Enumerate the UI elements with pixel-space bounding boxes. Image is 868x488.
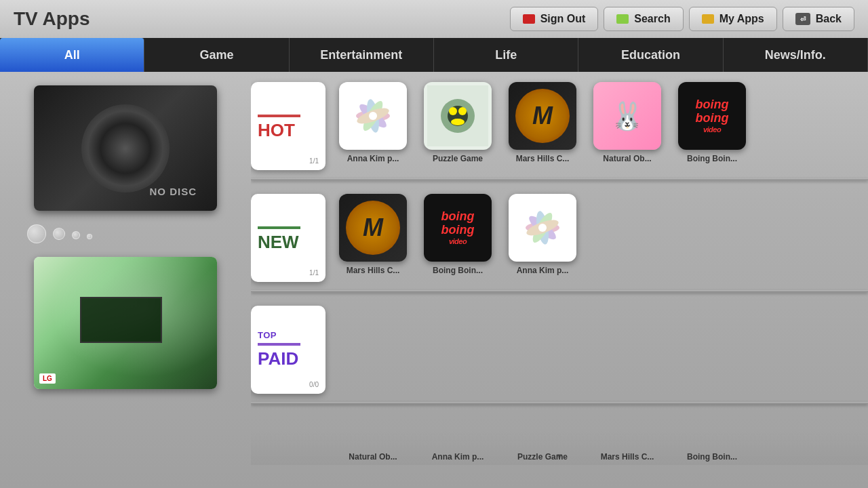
tab-all-label: All [64, 48, 80, 62]
hot-card[interactable]: HOT 1/1 [251, 82, 326, 170]
tab-life[interactable]: Life [434, 38, 578, 72]
bubble-small [72, 231, 80, 239]
paid-count: 0/0 [309, 381, 319, 388]
boing-text-2: boing boing Video [441, 210, 475, 245]
puzzle-icon-1 [424, 82, 492, 150]
new-bar [258, 226, 300, 229]
bottom-names: Natural Ob... Anna Kim p... Puzzle Game … [251, 452, 749, 462]
bottom-name-3: Puzzle Game [505, 452, 580, 462]
boing-text-1: boing boing Video [696, 98, 729, 134]
hot-label: HOT [258, 120, 295, 141]
anna-kim-icon-1 [339, 82, 407, 150]
nav-tabs: All Game Entertainment Life Education Ne… [0, 38, 868, 72]
boing-name-2: Boing Boin... [433, 266, 483, 275]
tab-game-label: Game [199, 48, 233, 62]
sign-out-label: Sign Out [540, 13, 586, 25]
new-card[interactable]: NEW 1/1 [251, 194, 326, 282]
disc-card: NO DISC [34, 85, 217, 211]
green-icon [616, 14, 629, 24]
puzzle-name-1: Puzzle Game [433, 154, 483, 163]
mars-hills-icon-1: M [509, 82, 576, 150]
svg-point-11 [451, 119, 465, 125]
list-item[interactable]: boing boing Video Boing Boin... [420, 194, 495, 275]
no-disc-text: NO DISC [149, 186, 197, 197]
svg-point-9 [449, 107, 457, 115]
bubble-tiny [87, 234, 92, 239]
sign-out-button[interactable]: Sign Out [510, 7, 599, 31]
boing-name-1: Boing Boin... [687, 154, 737, 163]
list-item[interactable]: 🐰 Natural Ob... [590, 82, 665, 163]
bottom-name-4: Mars Hills C... [590, 452, 665, 462]
paid-label: PAID [258, 348, 298, 369]
yellow-icon [702, 14, 714, 24]
svg-point-17 [538, 224, 547, 232]
bottom-name-1: Natural Ob... [336, 452, 410, 462]
bubble-large [27, 224, 46, 243]
search-label: Search [634, 13, 670, 25]
lg-badge: LG [39, 373, 56, 384]
anna-kim-icon-2 [509, 194, 576, 262]
my-apps-label: My Apps [719, 13, 764, 25]
mars-m-1: M [515, 89, 570, 143]
tab-newsinfo[interactable]: News/Info. [724, 38, 868, 72]
tab-game[interactable]: Game [144, 38, 289, 72]
natural-icon-1: 🐰 [593, 82, 661, 150]
mars-m-2: M [346, 201, 400, 255]
tab-education[interactable]: Education [578, 38, 723, 72]
mars-hills-name-1: Mars Hills C... [516, 154, 570, 163]
back-button[interactable]: ⏎ Back [783, 7, 854, 31]
natural-name-1: Natural Ob... [603, 154, 651, 163]
bubble-medium [53, 228, 65, 240]
shelves-area: HOT 1/1 Anna Kim p... [251, 72, 868, 465]
hot-bar [258, 115, 300, 117]
disc-icon [81, 104, 170, 192]
svg-point-10 [458, 107, 467, 115]
tv-card: LG [34, 257, 217, 389]
search-button[interactable]: Search [604, 7, 683, 31]
tv-image-bg [34, 257, 217, 389]
svg-point-5 [369, 112, 377, 120]
my-apps-button[interactable]: My Apps [689, 7, 777, 31]
tab-entertainment[interactable]: Entertainment [290, 38, 434, 72]
anna-kim-name-2: Anna Kim p... [517, 266, 569, 275]
tab-all[interactable]: All [0, 38, 144, 72]
shelf-hot: HOT 1/1 Anna Kim p... [251, 72, 868, 180]
main-content: NO DISC LG HOT 1/1 [0, 72, 868, 465]
bubbles [14, 224, 92, 243]
new-count: 1/1 [309, 269, 319, 277]
list-item[interactable]: M Mars Hills C... [505, 82, 580, 163]
furby-icon: 🐰 [610, 100, 644, 132]
bottom-name-2: Anna Kim p... [420, 452, 495, 462]
paid-bar [258, 343, 300, 346]
back-label: Back [816, 13, 842, 25]
bottom-name-5: Boing Boin... [675, 452, 749, 462]
tv-screen [80, 297, 163, 343]
hot-count: 1/1 [309, 157, 319, 165]
list-item[interactable]: boing boing Video Boing Boin... [675, 82, 749, 163]
boing-icon-2: boing boing Video [424, 194, 492, 262]
list-item[interactable]: Puzzle Game [420, 82, 495, 163]
new-label: NEW [258, 232, 299, 253]
list-item[interactable]: Anna Kim p... [505, 194, 580, 275]
mars-hills-icon-2: M [339, 194, 407, 262]
tab-life-label: Life [495, 48, 517, 62]
shelf-new: NEW 1/1 M Mars Hills C... boing boing Vi… [251, 184, 868, 292]
paid-card[interactable]: TOP PAID 0/0 [251, 306, 326, 394]
paid-top-label: TOP [258, 330, 277, 340]
red-icon [523, 14, 535, 24]
anna-kim-name-1: Anna Kim p... [347, 154, 399, 163]
app-title: TV Apps [14, 8, 90, 30]
shelf-paid: TOP PAID 0/0 [251, 296, 868, 404]
tab-newsinfo-label: News/Info. [765, 48, 826, 62]
boing-icon-1: boing boing Video [678, 82, 746, 150]
tab-education-label: Education [621, 48, 680, 62]
mars-hills-name-2: Mars Hills C... [347, 266, 400, 275]
list-item[interactable]: M Mars Hills C... [336, 194, 410, 275]
back-icon: ⏎ [795, 13, 810, 25]
list-item[interactable]: Anna Kim p... [336, 82, 410, 163]
tab-entertainment-label: Entertainment [320, 48, 402, 62]
header-buttons: Sign Out Search My Apps ⏎ Back [510, 7, 854, 31]
left-panel: NO DISC LG [0, 72, 251, 465]
bottom-shelf: Natural Ob... Anna Kim p... Puzzle Game … [251, 431, 868, 465]
header: TV Apps Sign Out Search My Apps ⏎ Back [0, 0, 868, 38]
